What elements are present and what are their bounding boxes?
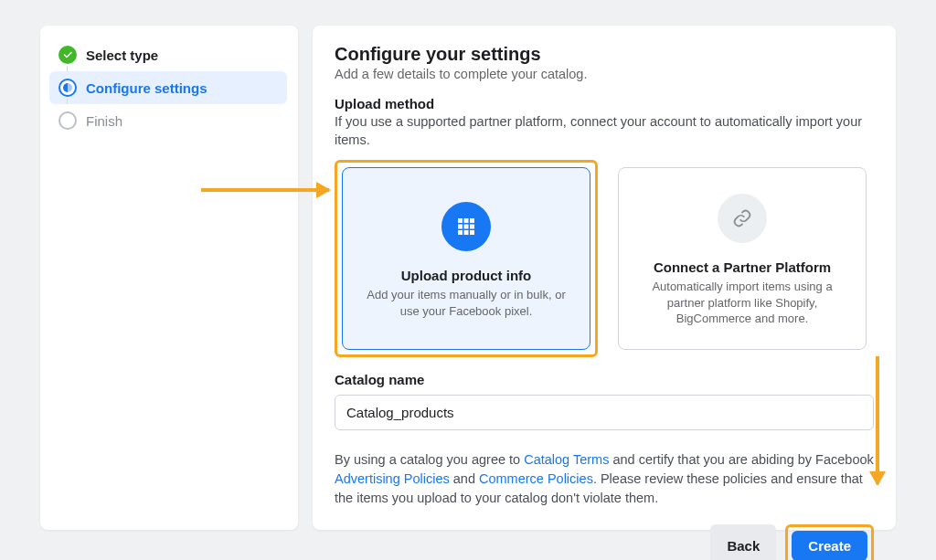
step-label: Select type xyxy=(86,48,158,63)
card-connect-partner[interactable]: Connect a Partner Platform Automatically… xyxy=(618,167,867,350)
svg-rect-0 xyxy=(458,218,463,223)
svg-rect-6 xyxy=(458,230,463,235)
step-finish[interactable]: Finish xyxy=(49,104,287,137)
back-button[interactable]: Back xyxy=(710,524,776,560)
check-circle-icon xyxy=(58,46,77,64)
page-layout: Select type Configure settings Finish Co… xyxy=(0,0,936,560)
card-title: Connect a Partner Platform xyxy=(654,259,831,275)
highlight-box-upload-card: Upload product info Add your items manua… xyxy=(335,160,598,357)
catalog-name-input[interactable] xyxy=(335,395,874,430)
terms-mid2: and xyxy=(450,471,479,486)
create-button[interactable]: Create xyxy=(792,531,867,560)
steps-sidebar: Select type Configure settings Finish xyxy=(40,26,298,530)
svg-rect-5 xyxy=(470,225,474,229)
annotation-arrow-to-create-button xyxy=(876,356,879,484)
grid-icon xyxy=(441,202,491,251)
annotation-arrow-to-upload-card xyxy=(201,188,329,192)
card-title: Upload product info xyxy=(401,268,531,283)
upload-method-label: Upload method xyxy=(335,96,874,111)
link-advertising-policies[interactable]: Advertising Policies xyxy=(335,471,450,486)
step-label: Finish xyxy=(86,113,122,129)
page-title: Configure your settings xyxy=(335,44,874,65)
configure-panel: Configure your settings Add a few detail… xyxy=(313,26,896,530)
link-icon xyxy=(718,194,767,243)
card-wrap-partner: Connect a Partner Platform Automatically… xyxy=(611,160,874,357)
highlight-box-create: Create xyxy=(785,524,874,560)
empty-circle-icon xyxy=(58,111,77,130)
terms-pre: By using a catalog you agree to xyxy=(335,452,524,467)
link-catalog-terms[interactable]: Catalog Terms xyxy=(524,452,609,467)
svg-rect-8 xyxy=(470,230,474,235)
terms-text: By using a catalog you agree to Catalog … xyxy=(335,450,874,508)
half-circle-icon xyxy=(58,79,77,97)
svg-rect-4 xyxy=(464,225,469,229)
step-configure-settings[interactable]: Configure settings xyxy=(49,71,287,104)
card-desc: Automatically import items using a partn… xyxy=(635,279,849,327)
page-subtitle: Add a few details to complete your catal… xyxy=(335,67,874,81)
step-select-type[interactable]: Select type xyxy=(49,38,287,71)
catalog-name-label: Catalog name xyxy=(335,372,874,387)
step-label: Configure settings xyxy=(86,80,207,96)
footer-actions: Back Create xyxy=(335,508,874,560)
svg-rect-3 xyxy=(458,225,463,229)
terms-mid1: and certify that you are abiding by Face… xyxy=(609,452,873,467)
link-commerce-policies[interactable]: Commerce Policies xyxy=(479,471,593,486)
svg-rect-2 xyxy=(470,218,474,223)
svg-rect-1 xyxy=(464,218,469,223)
upload-method-cards: Upload product info Add your items manua… xyxy=(335,160,874,357)
card-desc: Add your items manually or in bulk, or u… xyxy=(359,287,573,319)
card-upload-product-info[interactable]: Upload product info Add your items manua… xyxy=(342,167,590,350)
svg-rect-7 xyxy=(464,230,469,235)
upload-method-desc: If you use a supported partner platform,… xyxy=(335,113,874,149)
